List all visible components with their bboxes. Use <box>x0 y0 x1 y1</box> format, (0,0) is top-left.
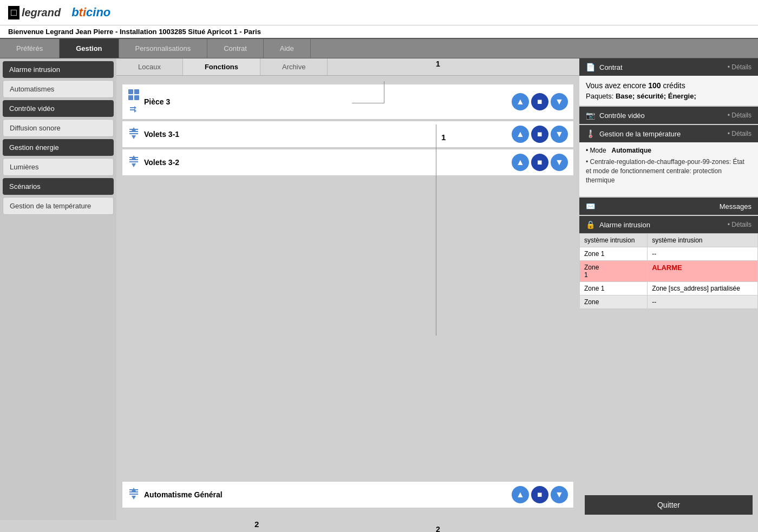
tab-contrat[interactable]: Contrat <box>207 39 264 58</box>
alarm-col1-header: système intrusion <box>580 234 648 247</box>
video-header-left: 📷 Contrôle vidéo <box>586 111 645 120</box>
alarm-zone1p-name: Zone 1 <box>580 282 648 295</box>
sub-tab-fonctions[interactable]: Fonctions <box>183 58 260 75</box>
automatisme-down-button[interactable]: ▼ <box>551 486 568 503</box>
tab-aide[interactable]: Aide <box>264 39 311 58</box>
marker-2: 2 <box>436 525 440 532</box>
logo-bticino: bticino <box>71 5 110 19</box>
legrand-text: legrand <box>22 6 61 19</box>
video-detail-link[interactable]: • Détails <box>728 111 752 119</box>
video-title: Contrôle vidéo <box>599 111 645 120</box>
tab-personnalisations[interactable]: Personnalisations <box>119 39 208 58</box>
automatisme-stop-button[interactable]: ⏹ <box>531 486 548 503</box>
sub-tab-locaux[interactable]: Locaux <box>116 58 183 75</box>
alarm-row-zone1-alarm: Zone1 ALARME <box>580 261 758 282</box>
alarm-row-zone1: Zone 1 -- <box>580 247 758 261</box>
grid-icon <box>128 89 144 115</box>
alarm-table-header: système intrusion système intrusion <box>580 234 758 247</box>
logo-legrand: □ legrand <box>8 6 61 19</box>
volets32-up-button[interactable]: ▲ <box>512 154 529 171</box>
tab-preferes[interactable]: Préférés <box>0 39 60 58</box>
svg-marker-21 <box>132 496 136 500</box>
tab-gestion[interactable]: Gestion <box>60 39 119 58</box>
automatisme-actions: ▲ ⏹ ▼ <box>512 486 568 503</box>
alarm-zone1a-name: Zone1 <box>580 261 648 282</box>
sidebar-item-automatismes[interactable]: Automatismes <box>3 80 114 98</box>
mode-value: Automatique <box>612 147 651 154</box>
welcome-text: Bienvenue Legrand Jean Pierre - Installa… <box>8 28 261 36</box>
alarme-section: 🔒 Alarme intrusion • Détails système int… <box>579 216 758 309</box>
volets32-down-button[interactable]: ▼ <box>551 154 568 171</box>
sub-tabs: Locaux Fonctions Archive <box>116 58 579 76</box>
temperature-title: Gestion de la température <box>599 130 681 138</box>
messages-header: ✉️ Messages <box>579 198 758 215</box>
alarme-header-left: 🔒 Alarme intrusion <box>586 220 650 229</box>
contrat-header-left: 📄 Contrat <box>586 63 623 71</box>
list-item-volets31: Volets 3-1 ▲ ⏹ ▼ <box>122 121 574 148</box>
alarm-zone1a-status: ALARME <box>648 261 758 282</box>
piece3-stop-button[interactable]: ⏹ <box>531 93 548 110</box>
sort-icon-volets32 <box>128 155 144 170</box>
temperature-body: • Mode Automatique • Centrale-regulation… <box>579 142 758 196</box>
main-layout: Alarme intrusion Automatismes Contrôle v… <box>0 58 758 520</box>
alarme-header: 🔒 Alarme intrusion • Détails <box>579 216 758 233</box>
alarm-table: système intrusion système intrusion Zone… <box>579 233 758 309</box>
sidebar-item-controle-video[interactable]: Contrôle vidéo <box>3 100 114 117</box>
welcome-bar: Bienvenue Legrand Jean Pierre - Installa… <box>0 25 758 39</box>
svg-marker-6 <box>134 106 136 109</box>
sidebar-item-gestion-temperature[interactable]: Gestion de la température <box>3 197 114 215</box>
sidebar: Alarme intrusion Automatismes Contrôle v… <box>0 58 116 520</box>
alarm-zone-gray-name: Zone <box>580 295 648 309</box>
sidebar-item-alarme-intrusion[interactable]: Alarme intrusion <box>3 61 114 78</box>
alarm-zone1-status: -- <box>648 247 758 261</box>
volets31-down-button[interactable]: ▼ <box>551 126 568 143</box>
svg-rect-2 <box>128 95 133 100</box>
automatisme-up-button[interactable]: ▲ <box>512 486 529 503</box>
sidebar-item-gestion-energie[interactable]: Gestion énergie <box>3 139 114 156</box>
credits-text: Vous avez encore 100 crédits <box>586 81 752 90</box>
svg-rect-1 <box>134 89 139 94</box>
quit-container: Quitter <box>579 490 758 520</box>
alarme-detail-link[interactable]: • Détails <box>728 221 752 228</box>
volets32-actions: ▲ ⏹ ▼ <box>512 154 568 171</box>
list-area: 1 Pièce 3 <box>116 76 579 520</box>
document-icon: 📄 <box>586 63 595 71</box>
list-item-automatisme: Automatisme Général ▲ ⏹ ▼ <box>122 481 574 508</box>
camera-icon: 📷 <box>586 111 595 120</box>
volets32-stop-button[interactable]: ⏹ <box>531 154 548 171</box>
list-item-piece3: Pièce 3 ▲ ⏹ ▼ <box>122 84 574 120</box>
alarm-zone-gray-status: -- <box>648 295 758 309</box>
contrat-body: Vous avez encore 100 crédits Paquets: Ba… <box>579 76 758 106</box>
alarm-row-zone-gray: Zone -- <box>580 295 758 309</box>
piece3-up-button[interactable]: ▲ <box>512 93 529 110</box>
list-item-volets32: Volets 3-2 ▲ ⏹ ▼ <box>122 149 574 176</box>
floating-marker-2: 2 <box>254 520 259 529</box>
sidebar-item-diffusion-sonore[interactable]: Diffusion sonore <box>3 119 114 137</box>
sidebar-item-scenarios[interactable]: Scénarios <box>3 178 114 195</box>
packets-value: Base; sécurité; Énergie; <box>616 92 696 100</box>
svg-rect-3 <box>134 95 139 100</box>
sub-tab-archive[interactable]: Archive <box>260 58 328 75</box>
piece3-actions: ▲ ⏹ ▼ <box>512 93 568 110</box>
packets-text: Paquets: Base; sécurité; Énergie; <box>586 92 752 100</box>
credits-suffix: crédits <box>661 81 685 90</box>
contrat-detail-link[interactable]: • Détails <box>728 63 752 71</box>
sidebar-item-lumieres[interactable]: Lumières <box>3 158 114 176</box>
video-section: 📷 Contrôle vidéo • Détails <box>579 107 758 124</box>
quit-button[interactable]: Quitter <box>585 495 753 515</box>
thermometer-icon: 🌡️ <box>586 129 595 138</box>
volets31-up-button[interactable]: ▲ <box>512 126 529 143</box>
automatisme-label: Automatisme Général <box>144 490 512 499</box>
piece3-down-button[interactable]: ▼ <box>551 93 568 110</box>
alarm-col2-header: système intrusion <box>648 234 758 247</box>
alarm-zone1-name: Zone 1 <box>580 247 648 261</box>
volets31-label: Volets 3-1 <box>144 130 512 139</box>
alarme-body: système intrusion système intrusion Zone… <box>579 233 758 309</box>
contrat-title: Contrat <box>599 63 623 71</box>
svg-rect-0 <box>128 89 133 94</box>
svg-marker-11 <box>132 135 136 139</box>
volets32-label: Volets 3-2 <box>144 158 512 167</box>
temperature-detail-link[interactable]: • Détails <box>728 130 752 137</box>
volets31-stop-button[interactable]: ⏹ <box>531 126 548 143</box>
header: □ legrand bticino <box>0 0 758 25</box>
